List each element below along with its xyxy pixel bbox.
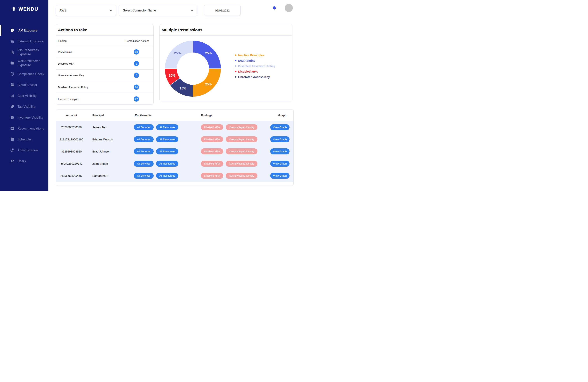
entitlement-pill-all-resourses[interactable]: All Resourses — [156, 136, 178, 142]
sidebar-item-inventory-visibility[interactable]: Inventory Visibility — [0, 112, 48, 123]
chevron-down-icon — [190, 9, 194, 12]
sidebar-item-administration[interactable]: Administration — [0, 145, 48, 156]
bell-icon[interactable] — [272, 6, 277, 11]
sidebar-item-scheduler[interactable]: Scheduler — [0, 134, 48, 145]
entitlements-cell: All ServicesAll Resourses — [127, 124, 183, 130]
actions-row: Disabled MFA3 — [56, 58, 153, 69]
findings-cell: Disabled MFAOverprivileged Identity — [183, 124, 266, 130]
person-circle-icon — [10, 148, 15, 152]
slice-percent-label: 25% — [174, 51, 181, 55]
findings-cell: Disabled MFAOverprivileged Identity — [183, 149, 266, 154]
slice-percent-label: 15% — [180, 86, 186, 90]
principal-cell: Brad Johnson — [87, 150, 127, 153]
sidebar-item-label: Tag Visibility — [18, 105, 35, 109]
sidebar-item-tag-visibility[interactable]: Tag Visibility — [0, 101, 48, 112]
column-header-entitlements: Entitlements — [127, 114, 183, 117]
view-graph-button[interactable]: View Graph — [270, 161, 290, 167]
provider-select[interactable]: AWS — [56, 5, 116, 16]
actions-row: Unrotated Access Key6 — [56, 70, 153, 81]
entitlement-pill-all-resourses[interactable]: All Resourses — [156, 173, 178, 179]
sidebar-item-recommendations[interactable]: Recommendations — [0, 123, 48, 134]
sidebar-item-label: Administration — [18, 148, 38, 152]
actions-card-title: Actions to take — [58, 28, 87, 32]
account-cell: 38080230290932 — [56, 162, 87, 165]
finding-column-header: Finding — [58, 39, 66, 42]
sidebar-item-users[interactable]: Users — [0, 156, 48, 167]
finding-label: IAM Admins — [58, 50, 72, 53]
actions-card-header: Actions to take — [56, 24, 153, 36]
legend-label: Inactive Principles — [238, 53, 265, 57]
actions-to-take-card: Actions to take Finding Remediation Acti… — [56, 24, 154, 105]
actions-rows: IAM Admins20Disabled MFA3Unrotated Acces… — [56, 46, 153, 105]
legend-dot-icon — [235, 76, 236, 78]
legend-dot-icon — [235, 54, 236, 56]
sidebar-item-label: Cloud Advisor — [18, 83, 37, 87]
principal-cell: Samantha B. — [87, 174, 127, 177]
entitlement-pill-all-services[interactable]: All Services — [134, 124, 154, 130]
sidebar-item-label: Well Architected Exposure — [18, 59, 47, 67]
entitlements-cell: All ServicesAll Resourses — [127, 161, 183, 167]
server-icon — [10, 39, 15, 43]
sidebar-item-well-architected-exposure[interactable]: Well Architected Exposure — [0, 58, 48, 68]
actions-row: Inactive Principles22 — [56, 93, 153, 105]
view-graph-button[interactable]: View Graph — [270, 149, 290, 154]
principal-cell: Brianna Watson — [87, 138, 127, 141]
date-field[interactable]: 02/09/2022 — [204, 5, 241, 16]
remediation-column-header: Remediation Actions — [126, 39, 149, 42]
calendar-icon — [10, 83, 15, 87]
account-cell: 3129293803920 — [56, 150, 87, 153]
users-icon — [10, 159, 15, 163]
finding-label: Disabled MFA — [58, 62, 74, 65]
user-avatar[interactable] — [285, 4, 293, 12]
findings-cell: Disabled MFAOverprivileged Identity — [183, 161, 266, 167]
entitlement-pill-all-services[interactable]: All Services — [134, 161, 154, 167]
sidebar-item-cost-visibility[interactable]: Cost Visibility — [0, 90, 48, 101]
connector-select[interactable]: Select Connector Name — [119, 5, 197, 16]
table-row: 318179199002190Brianna WatsonAll Service… — [56, 133, 294, 145]
chart-legend: Inactive PrinciplesIAM AdminsDisabled Pa… — [235, 52, 275, 80]
entitlement-pill-all-resourses[interactable]: All Resourses — [156, 161, 178, 167]
column-header-account: Account — [56, 114, 87, 117]
provider-select-value: AWS — [60, 9, 66, 12]
account-cell: 28332093202397 — [56, 174, 87, 177]
legend-item-disabled-mfa: Disabled MFA — [235, 69, 275, 74]
finding-label: Inactive Principles — [58, 97, 79, 100]
sidebar-item-cloud-advisor[interactable]: Cloud Advisor — [0, 79, 48, 90]
entitlement-pill-all-resourses[interactable]: All Resourses — [156, 124, 178, 130]
remediation-count-badge: 20 — [134, 49, 139, 54]
layers-icon — [11, 7, 16, 12]
entitlement-pill-all-services[interactable]: All Services — [134, 136, 154, 142]
view-graph-button[interactable]: View Graph — [270, 124, 290, 130]
sidebar-item-label: Compliance Check — [18, 72, 44, 76]
legend-item-iam-admins: IAM Admins — [235, 58, 275, 63]
box-icon — [10, 115, 15, 120]
sidebar-item-label: Scheduler — [18, 137, 32, 141]
sidebar-item-external-exposure[interactable]: External Exposure — [0, 36, 48, 47]
legend-label: Unrotated Access Key — [238, 75, 270, 79]
entitlement-pill-all-services[interactable]: All Services — [134, 149, 154, 154]
table-row: 38080230290932Joan BridgeAll ServicesAll… — [56, 158, 294, 170]
view-graph-button[interactable]: View Graph — [270, 173, 290, 179]
shield-check-icon — [10, 72, 15, 76]
remediation-count-badge: 3 — [134, 61, 139, 66]
view-graph-button[interactable]: View Graph — [270, 136, 290, 142]
entitlement-pill-all-services[interactable]: All Services — [134, 173, 154, 179]
connector-select-value: Select Connector Name — [123, 9, 156, 12]
remediation-count-badge: 26 — [134, 85, 139, 90]
slice-percent-label: 25% — [205, 83, 212, 86]
graph-cell: View Graph — [266, 161, 294, 167]
entitlements-cell: All ServicesAll Resourses — [127, 173, 183, 179]
sidebar-item-idle-resources-exposure[interactable]: Idle Resources Exposure — [0, 47, 48, 58]
sidebar: WENDU IAM ExposureExternal ExposureIdle … — [0, 0, 48, 191]
sidebar-item-compliance-check[interactable]: Compliance Check — [0, 68, 48, 79]
column-header-findings: Findings — [183, 114, 266, 117]
entitlements-cell: All ServicesAll Resourses — [127, 149, 183, 154]
entitlement-pill-all-resourses[interactable]: All Resourses — [156, 149, 178, 154]
table-row: 2328303280328James TodAll ServicesAll Re… — [56, 121, 294, 133]
permissions-donut-chart: 25%25%15%10%25% — [164, 40, 222, 97]
sidebar-item-iam-exposure[interactable]: IAM Exposure — [0, 25, 48, 36]
graph-cell: View Graph — [266, 136, 294, 142]
remediation-count-badge: 22 — [134, 96, 139, 102]
finding-label: Disabled Password Policy — [58, 85, 88, 88]
sidebar-item-label: Cost Visibility — [18, 94, 37, 98]
